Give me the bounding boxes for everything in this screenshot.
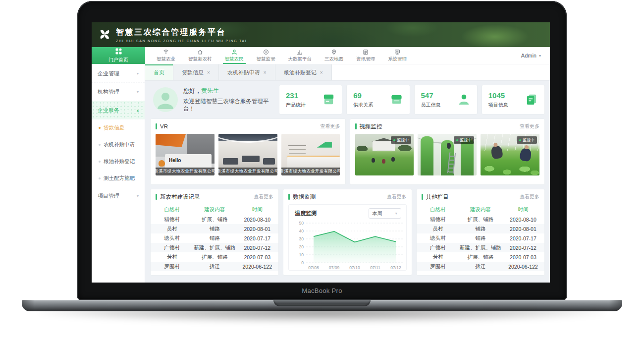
chevron-down-icon: ▾ — [137, 194, 139, 198]
employee-icon — [457, 93, 471, 107]
laptop-screen-bezel: 智慧三农综合管理服务平台 ZHI HUI SAN NONG ZONG HE GU… — [77, 1, 567, 300]
vr-thumbnail-2[interactable]: 贵溪市绿大地农业开发有限公司 — [218, 134, 277, 175]
village-section-title: 新农村建设记录 — [156, 193, 200, 201]
close-icon[interactable]: × — [264, 70, 267, 75]
data-monitor-view-more-link[interactable]: 查看更多 — [387, 193, 407, 200]
title-accent-bar — [422, 194, 423, 200]
app-window: 智慧三农综合管理服务平台 ZHI HUI SAN NONG ZONG HE GU… — [92, 22, 550, 283]
portal-home-button[interactable]: 门户首页 — [92, 47, 145, 64]
table-row: 罗围村拆迁2020-06-122 — [151, 262, 278, 271]
live-dot-icon — [519, 139, 521, 141]
app-title: 智慧三农综合管理服务平台 — [116, 27, 247, 38]
chevron-down-icon: ▾ — [395, 211, 397, 216]
table-row: 猎德村扩展、铺路2020-08-10 — [417, 215, 544, 224]
tab-home[interactable]: 首页 — [145, 64, 173, 80]
svg-text:20: 20 — [299, 244, 304, 249]
stat-card-supply-demand[interactable]: 69 供求关系 — [346, 85, 410, 115]
sidebar-item-enterprise-management[interactable]: 企业管理 ▾ — [92, 64, 145, 83]
chevron-up-icon: ▴ — [137, 108, 139, 113]
topnav-item-smart-agriculture[interactable]: 智慧农业 — [150, 47, 182, 64]
sidebar-subitem-soil-formula[interactable]: 测土配方施肥 — [92, 170, 145, 187]
welcome-block: 您好，黄先生 欢迎登陆智慧三农综合服务管理平台！ — [150, 85, 275, 115]
grid-icon — [115, 48, 122, 56]
video-monitor-section: 视频监控 查看更多 — [350, 118, 545, 185]
title-accent-bar — [156, 194, 157, 200]
bar-chart-icon — [297, 49, 303, 55]
stat-card-products[interactable]: 231 产品统计 — [279, 85, 342, 115]
chevron-down-icon: ▾ — [539, 54, 541, 58]
other-section-title: 其他栏目 — [422, 193, 449, 201]
dashboard-content: 您好，黄先生 欢迎登陆智慧三农综合服务管理平台！ 231 产品统计 — [145, 81, 550, 283]
svg-text:0: 0 — [302, 260, 304, 265]
tab-loan-info[interactable]: 贷款信息 × — [173, 64, 219, 80]
table-row: 芳村扩展、铺路2020-07-03 — [417, 252, 544, 262]
tab-machinery-subsidy[interactable]: 农机补贴申请 × — [219, 64, 275, 80]
welcome-message: 欢迎登陆智慧三农综合服务管理平台！ — [183, 98, 275, 113]
user-menu[interactable]: Admin ▾ — [512, 47, 550, 64]
bullet-dot — [99, 177, 101, 179]
video-monitor-title: 视频监控 — [355, 123, 382, 130]
sidebar: 企业管理 ▾ 机构管理 ▾ 企业服务 ▴ 贷款信息 — [92, 64, 145, 283]
chart-period-select[interactable]: 本周 ▾ — [369, 208, 401, 219]
village-table: 自然村 建设内容 时间 猎德村扩展、铺路2020-08-10 员村铺路2020-… — [151, 204, 278, 271]
monitoring-badge: 监控中 — [391, 136, 411, 144]
sidebar-item-institution-management[interactable]: 机构管理 ▾ — [92, 83, 145, 101]
topnav-item-smart-supervision[interactable]: 智慧监管 — [250, 47, 282, 64]
bullet-dot — [99, 144, 101, 146]
monitoring-badge: 监控中 — [517, 136, 537, 144]
topnav-item-system-management[interactable]: 系统管理 — [381, 47, 413, 64]
vr-thumbnail-3[interactable]: 贵溪市绿大地农业开发有限公司 — [281, 134, 340, 175]
topnav-item-smart-farmer[interactable]: 智慧农民 — [218, 47, 250, 64]
greeting-prefix: 您好， — [183, 87, 201, 94]
vr-caption: 贵溪市绿大地农业开发有限公司 — [156, 168, 215, 175]
village-home-icon — [197, 49, 203, 55]
video-view-more-link[interactable]: 查看更多 — [520, 123, 539, 130]
data-monitor-title: 数据监测 — [288, 193, 316, 201]
topnav-item-smart-new-village[interactable]: 智慧新农村 — [182, 47, 218, 64]
topnav-item-news-management[interactable]: 资讯管理 — [350, 47, 381, 64]
welcome-text: 您好，黄先生 欢迎登陆智慧三农综合服务管理平台！ — [183, 87, 275, 113]
sidebar-item-project-management[interactable]: 项目管理 ▾ — [92, 187, 145, 205]
close-icon[interactable]: × — [207, 70, 210, 75]
table-row: 芳村扩展、铺路2020-07-03 — [151, 252, 278, 262]
brand-text-block: 智慧三农综合管理服务平台 ZHI HUI SAN NONG ZONG HE GU… — [116, 27, 247, 43]
live-dot-icon — [456, 139, 458, 141]
camera-feed-farmers[interactable]: 监控中 — [481, 134, 539, 175]
camera-feed-greenhouse-columns[interactable]: 监控中 — [418, 134, 477, 175]
other-table: 自然村 建设内容 时间 猎德村扩展、铺路2020-08-10 员村铺路2020-… — [417, 204, 544, 271]
table-row: 广德村新建、扩展、铺路2020-07-12 — [417, 243, 544, 252]
portal-home-label: 门户首页 — [108, 57, 128, 63]
farmer-person-icon — [231, 49, 237, 55]
monitoring-badge: 监控中 — [454, 136, 474, 144]
app-header-banner: 智慧三农综合管理服务平台 ZHI HUI SAN NONG ZONG HE GU… — [92, 22, 550, 47]
tab-grain-oil-subsidy[interactable]: 粮油补贴登记 × — [275, 64, 332, 80]
sidebar-item-enterprise-services[interactable]: 企业服务 ▴ — [92, 101, 145, 119]
svg-text:07/10: 07/10 — [350, 265, 361, 270]
village-view-more-link[interactable]: 查看更多 — [254, 193, 273, 200]
main-panel: 首页 贷款信息 × 农机补贴申请 × 粮油补贴登记 × — [145, 64, 550, 283]
topnav-item-sannong-map[interactable]: 三农地图 — [318, 47, 350, 64]
store-icon — [390, 93, 403, 107]
title-accent-bar — [288, 194, 290, 200]
other-view-more-link[interactable]: 查看更多 — [520, 193, 539, 200]
svg-text:40: 40 — [299, 229, 304, 233]
sidebar-subitem-grain-oil-subsidy[interactable]: 粮油补贴登记 — [92, 153, 145, 170]
stat-card-projects[interactable]: 1045 项目信息 — [482, 85, 545, 115]
table-row: 员村铺路2020-08-01 — [417, 224, 544, 233]
close-icon[interactable]: × — [320, 70, 323, 75]
title-accent-bar — [355, 123, 357, 129]
svg-text:50: 50 — [299, 221, 304, 226]
map-pin-icon — [331, 49, 337, 55]
table-row: 塘头村铺路2020-07-17 — [417, 233, 544, 243]
sidebar-subitem-loan-info[interactable]: 贷款信息 — [92, 119, 145, 136]
sidebar-subitem-machinery-subsidy[interactable]: 农机补贴申请 — [92, 136, 145, 153]
vr-section-title: VR — [156, 123, 168, 129]
user-name: 黄先生 — [201, 87, 219, 94]
chart-title: 温度监测 — [295, 210, 317, 217]
stat-card-employees[interactable]: 547 员工信息 — [414, 85, 478, 115]
avatar — [153, 87, 178, 112]
vr-thumbnail-1[interactable]: Hello 贵溪市绿大地农业开发有限公司 — [156, 134, 215, 175]
camera-feed-rice-field[interactable]: 监控中 — [355, 134, 414, 175]
vr-view-more-link[interactable]: 查看更多 — [321, 123, 340, 130]
topnav-item-big-data-platform[interactable]: 大数据平台 — [282, 47, 319, 64]
